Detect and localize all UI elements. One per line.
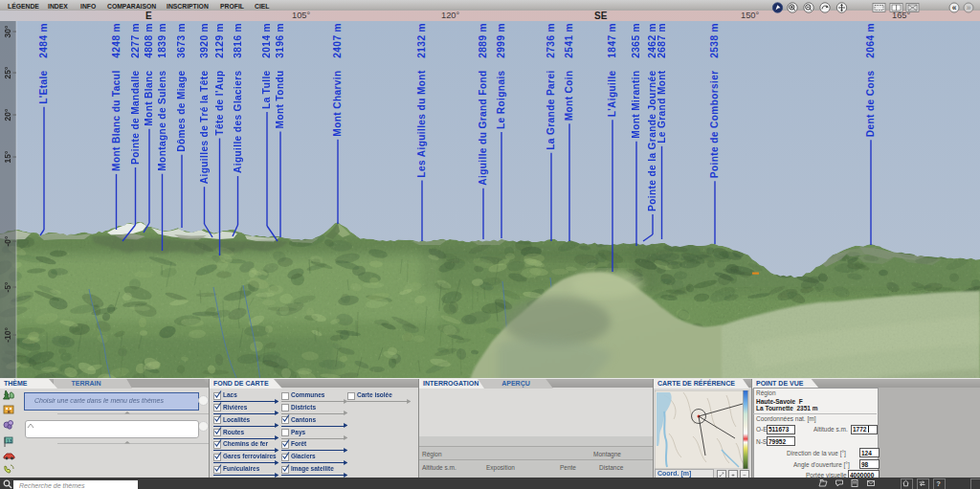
svg-text:20°: 20° [3,108,12,121]
svg-text:La Grande Parei 2736 m: La Grande Parei 2736 m [546,23,556,150]
svg-text:Tête de l'Aup 2129 m: Tête de l'Aup 2129 m [214,23,225,135]
svg-text:Mont Blanc du Tacul 4248 m: Mont Blanc du Tacul 4248 m [111,23,122,171]
svg-text:-5°: -5° [3,281,12,293]
svg-text:Pointe de Mandalle 2277 m: Pointe de Mandalle 2277 m [130,23,141,165]
svg-text:Montagne de Sulens 1839 m: Montagne de Sulens 1839 m [157,23,167,171]
svg-text:25°: 25° [3,66,12,78]
svg-text:Aiguille du Grand Fond 2889: Aiguille du Grand Fond 2889 m [478,23,488,186]
svg-text:Mont Coin 2541 m: Mont Coin 2541 m [564,23,574,121]
svg-text:15°: 15° [3,150,12,163]
svg-text:?: ? [936,479,941,488]
svg-text:Dômes de Miage 3673 m: Dômes de Miage 3673 m [176,23,187,152]
svg-text:Aiguilles de Tré la Tête 39: Aiguilles de Tré la Tête 3920 m [199,23,210,184]
svg-text:30°: 30° [3,25,12,37]
svg-text:Aiguille des Glaciers 3816: Aiguille des Glaciers 3816 m [233,23,243,173]
svg-text:Mont Charvin 2407 m: Mont Charvin 2407 m [332,23,343,137]
svg-text:Le Grand Mont 2687 m: Le Grand Mont 2687 m [657,23,667,144]
svg-text:«: « [952,3,957,12]
svg-text:Les Aiguilles du Mont 2132: Les Aiguilles du Mont 2132 m [416,23,427,178]
svg-text:»: » [967,3,971,12]
svg-text:Mont Mirantin 2365 m: Mont Mirantin 2365 m [631,23,641,139]
svg-text:La Tulle 2014 m: La Tulle 2014 m [261,23,272,109]
svg-text:L'Etale 2484 m: L'Etale 2484 m [38,23,49,104]
svg-text:Mont Tondu 3196 m: Mont Tondu 3196 m [275,23,285,128]
svg-text:-10°: -10° [3,327,12,343]
svg-text:Pointe de Comborsier 2538 m: Pointe de Comborsier 2538 m [709,23,720,178]
svg-text:13: 13 [7,438,12,444]
svg-text:Mont Blanc 4808 m: Mont Blanc 4808 m [144,23,154,126]
svg-text:Dent de Cons 2064 m: Dent de Cons 2064 m [865,23,876,137]
svg-text:-0°: -0° [3,235,12,247]
svg-text:L'Aiguille 1847 m: L'Aiguille 1847 m [607,23,617,117]
svg-text:Le Roignais 2999 m: Le Roignais 2999 m [496,23,506,129]
